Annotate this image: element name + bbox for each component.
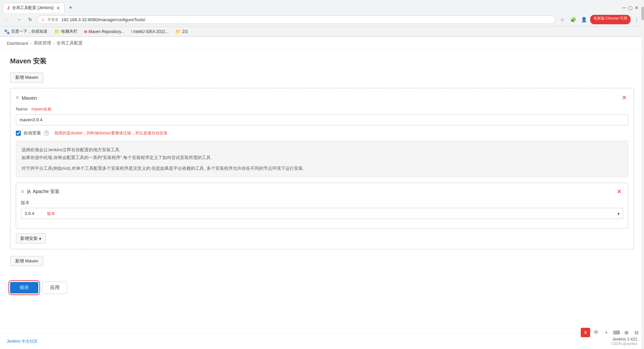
close-install-card-button[interactable]: ✕ (615, 188, 623, 196)
name-label: Name maven名称 (16, 106, 628, 112)
bookmark-icon-maven-repo: M (84, 30, 87, 34)
breadcrumb-sep-2: › (53, 41, 55, 46)
close-maven-card-button[interactable]: ✕ (620, 94, 628, 102)
footer-author: CSDN @wyWui (611, 342, 637, 345)
tab-title: 全局工具配置 [Jenkins] (12, 5, 53, 11)
version-select-wrapper: 3.9.4 3.9.3 3.9.2 3.9.1 3.8.8 3.8.7 版本 ▾ (21, 208, 623, 219)
nav-actions: ☆ 🧩 👤 有新版 Chrome 可用 ⋮ (558, 15, 641, 24)
install-card-title: ≡ 从 Apache 安装 (21, 189, 60, 195)
extensions-button[interactable]: 🧩 (569, 15, 578, 24)
bookmark-label-zg: ZG (182, 29, 188, 34)
auto-install-annotation: 我用的是docker，到时候docker要整体迁移，所以直接自动安装 (55, 130, 168, 136)
bookmark-label-baidu: 百度一下，你就知道 (11, 29, 47, 34)
bookmark-icon-baidu: 🐾 (4, 29, 10, 34)
name-annotation: maven名称 (31, 107, 51, 112)
back-button[interactable]: ← (3, 15, 12, 24)
save-button[interactable]: 保存 (10, 282, 38, 293)
bottom-actions: 保存 应用 (10, 282, 634, 294)
add-maven-button-bottom[interactable]: 新增 Maven (10, 256, 43, 266)
name-form-group: Name maven名称 (16, 106, 628, 125)
version-annotation: 版本 (47, 211, 55, 216)
page-title: Maven 安装 (10, 57, 634, 66)
bookmark-favorites[interactable]: 📁 收藏夹栏 (53, 28, 79, 35)
page-content: Dashboard › 系统管理 › 全局工具配置 Maven 安装 新增 Ma… (0, 37, 644, 345)
bookmark-label-idea: IntelliJ IDEA 2022... (133, 29, 169, 34)
footer-version: Jenkins 2.421 (611, 337, 637, 342)
bookmark-label-favorites: 收藏夹栏 (61, 29, 77, 34)
bookmark-icon-idea: I (131, 30, 132, 34)
maven-card-title-text: Maven (22, 95, 37, 101)
add-maven-button-top[interactable]: 新增 Maven (10, 72, 43, 83)
breadcrumb-dashboard[interactable]: Dashboard (7, 41, 28, 46)
bookmark-icon-zg: 📁 (175, 29, 181, 34)
breadcrumb-system-manage[interactable]: 系统管理 (34, 40, 51, 46)
info-line-1: 选择此项会让Jenkins立即在你配置的地方安装工具. (22, 146, 622, 154)
tab-close-button[interactable]: ✕ (56, 5, 60, 11)
footer-community-link[interactable]: Jenkins 中文社区 (7, 339, 38, 344)
main-content: Maven 安装 新增 Maven ≡ Maven ✕ Name maven名称 (0, 50, 644, 300)
menu-button[interactable]: ⋮ (632, 15, 641, 24)
breadcrumb-sep-1: › (30, 41, 32, 46)
breadcrumb: Dashboard › 系统管理 › 全局工具配置 (0, 37, 644, 50)
bookmarks-bar: 🐾 百度一下，你就知道 📁 收藏夹栏 M Maven Repository...… (0, 26, 644, 36)
add-install-label: 新增安装 (20, 235, 38, 242)
window-minimize[interactable]: ─ (622, 5, 626, 11)
forward-button[interactable]: → (14, 15, 24, 24)
window-close[interactable]: ✕ (635, 5, 639, 10)
version-label: 版本 (21, 200, 623, 206)
browser-chrome: J 全局工具配置 [Jenkins] ✕ + ─ ▢ ✕ ← → ↻ ⚠ 不安全… (0, 0, 644, 37)
add-install-arrow-icon: ▾ (39, 236, 41, 241)
version-select[interactable]: 3.9.4 3.9.3 3.9.2 3.9.1 3.8.8 3.8.7 (21, 208, 623, 219)
tab-bar: J 全局工具配置 [Jenkins] ✕ + ─ ▢ ✕ (0, 0, 644, 13)
bookmark-idea[interactable]: I IntelliJ IDEA 2022... (130, 29, 170, 35)
auto-install-label: 自动安装 (24, 130, 41, 136)
info-line-3: 对于跨平台工具(例如Ant),对单个工具配置多个安装程序是没意义的.但是如果是平… (22, 164, 622, 172)
auto-install-info-box: 选择此项会让Jenkins立即在你配置的地方安装工具. 如果你选中此项,你将会配… (16, 141, 628, 177)
apache-install-card: ≡ 从 Apache 安装 ✕ 版本 3.9.4 3.9.3 3.9.2 (16, 183, 628, 229)
keyboard-icon: ⌨ (612, 328, 620, 337)
new-tab-button[interactable]: + (66, 3, 75, 12)
bookmark-label-maven-repo: Maven Repository... (88, 29, 124, 34)
url-text: 192.168.3.32:8080/manage/configureTools/ (61, 17, 551, 22)
bookmark-zg[interactable]: 📁 ZG (174, 28, 189, 35)
bookmark-button[interactable]: ☆ (558, 15, 567, 24)
breadcrumb-global-tools: 全局工具配置 (57, 40, 83, 46)
maven-card-header: ≡ Maven ✕ (16, 94, 628, 102)
apply-button[interactable]: 应用 (42, 282, 67, 294)
help-icon[interactable]: ? (44, 130, 49, 136)
maven-card: ≡ Maven ✕ Name maven名称 自动安装 ? 我用的是docker… (10, 88, 634, 249)
active-tab[interactable]: J 全局工具配置 [Jenkins] ✕ (3, 3, 65, 13)
window-maximize[interactable]: ▢ (628, 5, 633, 10)
install-card-header: ≡ 从 Apache 安装 ✕ (21, 188, 623, 196)
maven-card-title: ≡ Maven (16, 95, 37, 101)
chrome-update-badge[interactable]: 有新版 Chrome 可用 (590, 15, 631, 24)
version-form-group: 版本 3.9.4 3.9.3 3.9.2 3.9.1 3.8.8 3.8.7 版… (21, 200, 623, 219)
csdn-logo: S (581, 328, 590, 337)
scrollbar-thumb[interactable] (641, 7, 644, 20)
tab-favicon: J (7, 5, 9, 10)
mic-icon: • (602, 328, 610, 337)
maven-name-input[interactable] (16, 114, 628, 125)
bookmark-baidu[interactable]: 🐾 百度一下，你就知道 (3, 28, 49, 35)
install-drag-icon[interactable]: ≡ (21, 189, 24, 195)
address-bar[interactable]: ⚠ 不安全 192.168.3.32:8080/manage/configure… (37, 15, 556, 24)
grid-icon: ⊟ (633, 328, 641, 337)
nav-bar: ← → ↻ ⚠ 不安全 192.168.3.32:8080/manage/con… (0, 13, 644, 26)
profile-button[interactable]: 👤 (579, 15, 589, 24)
scrollbar[interactable] (641, 0, 644, 345)
page-footer: Jenkins 中文社区 Jenkins 2.421 CSDN @wyWui (0, 333, 644, 345)
security-icon: ⚠ (41, 18, 45, 22)
add-install-button[interactable]: 新增安装 ▾ (16, 233, 46, 244)
not-secure-label: 不安全 (47, 17, 59, 22)
reload-button[interactable]: ↻ (26, 15, 35, 24)
info-line-2: 如果你选中此项,你将会配置工具的一系列"安装程序",每个安装程序定义了如何尝试安… (22, 154, 622, 161)
auto-install-row: 自动安装 ? 我用的是docker，到时候docker要整体迁移，所以直接自动安… (16, 130, 628, 136)
china-icon: 中 (592, 328, 600, 337)
bookmark-icon-favorites: 📁 (54, 29, 60, 34)
drag-handle-icon[interactable]: ≡ (16, 95, 19, 101)
corner-icons: S 中 • ⌨ ⊞ ⊟ (581, 328, 641, 337)
bookmark-maven-repo[interactable]: M Maven Repository... (83, 29, 126, 35)
translate-icon: ⊞ (622, 328, 631, 337)
auto-install-checkbox[interactable] (16, 131, 21, 136)
install-card-title-text: 从 Apache 安装 (27, 189, 59, 195)
